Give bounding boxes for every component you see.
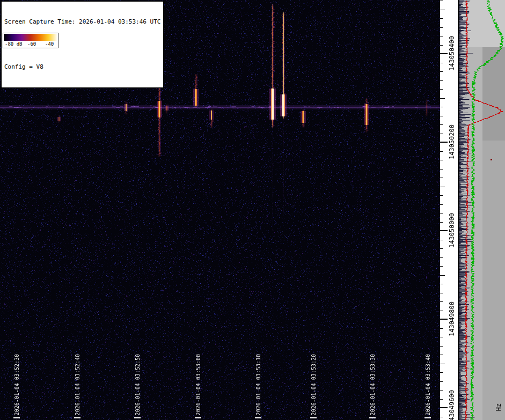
config-text: Config = V8 [4,63,160,71]
legend-min-db-label: -80 dB [5,41,23,47]
spectrogram-app-window: 2026-01-04 03:52:302026-01-04 03:52:4020… [0,0,505,420]
color-gradient-bar [4,34,57,41]
legend-labels: -80 dB -60 -40 [3,41,58,48]
capture-time-text: Screen Capture Time: 2026-01-04 03:53:46… [4,18,160,26]
frequency-unit-label: Hz [495,403,502,411]
legend-mid-db-label: -60 [27,41,36,47]
color-scale-legend: -80 dB -60 -40 [3,33,58,48]
spectrum-graph-panel[interactable] [459,0,505,420]
legend-max-db-label: -40 [45,41,54,47]
frequency-ruler[interactable] [440,0,458,420]
